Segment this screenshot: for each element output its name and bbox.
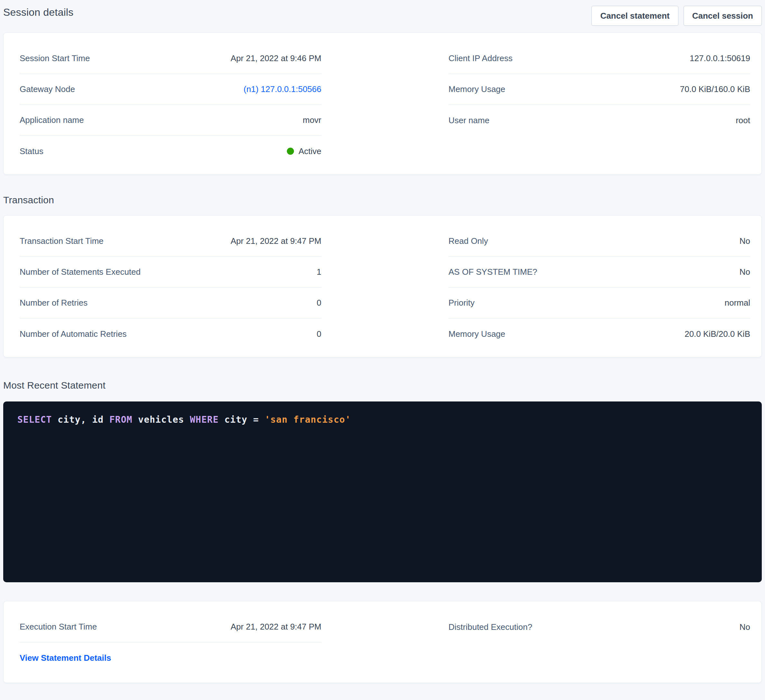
transaction-start-time-row: Transaction Start Time Apr 21, 2022 at 9…: [20, 226, 321, 257]
sql-keyword: WHERE: [190, 414, 219, 425]
info-value: 0: [317, 298, 321, 308]
info-label: Number of Automatic Retries: [20, 329, 126, 339]
cancel-session-button[interactable]: Cancel session: [683, 6, 762, 26]
info-label: Session Start Time: [20, 53, 90, 63]
status-text: Active: [299, 146, 321, 156]
info-label: AS OF SYSTEM TIME?: [449, 267, 537, 277]
automatic-retries-row: Number of Automatic Retries 0: [20, 319, 321, 349]
status-active-dot-icon: [287, 148, 294, 155]
sql-statement-box: SELECT city, id FROM vehicles WHERE city…: [3, 402, 762, 582]
header-actions: Cancel statement Cancel session: [592, 4, 762, 26]
info-label: User name: [449, 116, 490, 126]
info-label: Transaction Start Time: [20, 236, 104, 246]
cancel-statement-button[interactable]: Cancel statement: [592, 6, 678, 26]
info-value: 127.0.0.1:50619: [689, 53, 750, 63]
sql-text: city =: [219, 414, 264, 425]
info-label: Number of Statements Executed: [20, 267, 141, 277]
read-only-row: Read Only No: [449, 226, 750, 257]
info-value: 1: [317, 267, 321, 277]
transaction-memory-usage-row: Memory Usage 20.0 KiB/20.0 KiB: [449, 319, 750, 349]
info-value: Apr 21, 2022 at 9:47 PM: [231, 622, 321, 632]
execution-grid: Execution Start Time Apr 21, 2022 at 9:4…: [3, 601, 762, 683]
session-memory-usage-row: Memory Usage 70.0 KiB/160.0 KiB: [449, 74, 750, 105]
info-label: Client IP Address: [449, 53, 513, 63]
execution-start-time-row: Execution Start Time Apr 21, 2022 at 9:4…: [20, 612, 321, 642]
info-label: Gateway Node: [20, 84, 75, 94]
sql-string-literal: 'san francisco': [264, 414, 351, 425]
execution-card: Execution Start Time Apr 21, 2022 at 9:4…: [3, 601, 762, 683]
view-statement-details-link[interactable]: View Statement Details: [20, 653, 111, 663]
info-value: 0: [317, 329, 321, 339]
info-label: Memory Usage: [449, 329, 505, 339]
gateway-node-row: Gateway Node (n1) 127.0.0.1:50566: [20, 74, 321, 105]
session-summary-right-column: Client IP Address 127.0.0.1:50619 Memory…: [449, 43, 750, 166]
sql-text: city, id: [52, 414, 109, 425]
sql-keyword: FROM: [109, 414, 132, 425]
priority-row: Priority normal: [449, 287, 750, 319]
info-label: Priority: [449, 298, 475, 308]
session-details-page: Session details Cancel statement Cancel …: [0, 0, 765, 689]
info-value: No: [740, 267, 750, 277]
info-value: 70.0 KiB/160.0 KiB: [680, 84, 750, 94]
client-ip-row: Client IP Address 127.0.0.1:50619: [449, 43, 750, 74]
sql-text: vehicles: [132, 414, 190, 425]
execution-left-column: Execution Start Time Apr 21, 2022 at 9:4…: [20, 612, 321, 673]
info-label: Application name: [20, 115, 84, 125]
sql-keyword: SELECT: [17, 414, 52, 425]
session-start-time-row: Session Start Time Apr 21, 2022 at 9:46 …: [20, 43, 321, 74]
info-label: Number of Retries: [20, 298, 88, 308]
info-value: Apr 21, 2022 at 9:47 PM: [231, 236, 321, 246]
status-value: Active: [287, 146, 321, 156]
info-value: root: [736, 116, 750, 126]
page-title: Session details: [3, 4, 73, 18]
distributed-execution-row: Distributed Execution? No: [449, 612, 750, 642]
page-header: Session details Cancel statement Cancel …: [3, 0, 762, 33]
info-label: Execution Start Time: [20, 622, 97, 632]
info-label: Read Only: [449, 236, 488, 246]
gateway-node-link[interactable]: (n1) 127.0.0.1:50566: [244, 84, 321, 94]
session-summary-card: Session Start Time Apr 21, 2022 at 9:46 …: [3, 33, 762, 175]
info-label: Distributed Execution?: [449, 622, 532, 632]
status-row: Status Active: [20, 136, 321, 166]
info-value: No: [740, 236, 750, 246]
statements-executed-row: Number of Statements Executed 1: [20, 257, 321, 287]
info-label: Status: [20, 146, 44, 156]
view-statement-details-row: View Statement Details: [20, 642, 321, 673]
session-summary-left-column: Session Start Time Apr 21, 2022 at 9:46 …: [20, 43, 321, 166]
session-summary-grid: Session Start Time Apr 21, 2022 at 9:46 …: [3, 33, 762, 174]
application-name-row: Application name movr: [20, 105, 321, 136]
as-of-system-time-row: AS OF SYSTEM TIME? No: [449, 257, 750, 287]
number-of-retries-row: Number of Retries 0: [20, 287, 321, 319]
transaction-card: Transaction Start Time Apr 21, 2022 at 9…: [3, 215, 762, 358]
transaction-right-column: Read Only No AS OF SYSTEM TIME? No Prior…: [449, 226, 750, 349]
info-value: Apr 21, 2022 at 9:46 PM: [231, 53, 321, 63]
transaction-section-heading: Transaction: [3, 195, 762, 206]
info-value: 20.0 KiB/20.0 KiB: [685, 329, 750, 339]
info-label: Memory Usage: [449, 84, 505, 94]
execution-right-column: Distributed Execution? No: [449, 612, 750, 673]
user-name-row: User name root: [449, 105, 750, 136]
sql-statement-text: SELECT city, id FROM vehicles WHERE city…: [17, 414, 752, 425]
transaction-grid: Transaction Start Time Apr 21, 2022 at 9…: [3, 215, 762, 357]
info-value: movr: [303, 115, 321, 125]
info-value: No: [740, 622, 750, 632]
most-recent-statement-heading: Most Recent Statement: [3, 380, 762, 391]
info-value: normal: [725, 298, 750, 308]
transaction-left-column: Transaction Start Time Apr 21, 2022 at 9…: [20, 226, 321, 349]
